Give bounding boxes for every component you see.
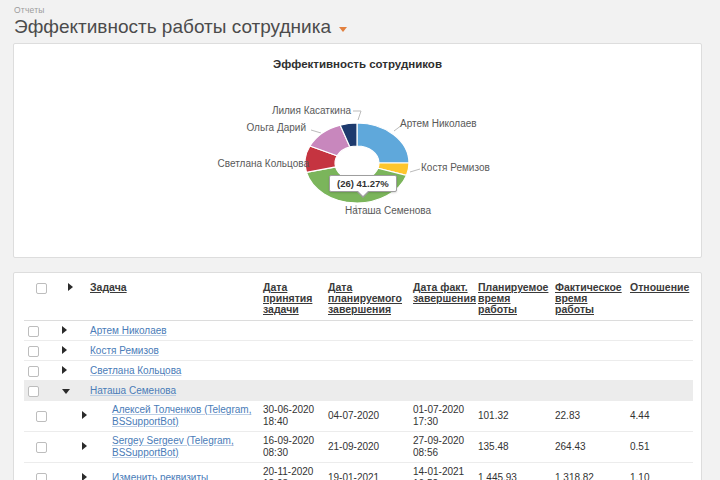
- title-dropdown-caret-icon[interactable]: [339, 27, 347, 32]
- actual-end-date: 27-09-2020: [413, 435, 470, 447]
- expand-arrow-icon[interactable]: [62, 366, 67, 374]
- task-row: Sergey Sergeev (Telegram, BSSupportBot) …: [24, 432, 693, 463]
- planned-time-value: 101.32: [474, 401, 551, 432]
- actual-time-value: 22.83: [551, 401, 626, 432]
- actual-end-time: 17:30: [413, 416, 470, 428]
- header-planned-time[interactable]: Планируемое время работы: [474, 273, 551, 321]
- header-ratio[interactable]: Отношение: [626, 273, 693, 321]
- actual-time-value: 264.43: [551, 432, 626, 463]
- header-actual-end-date[interactable]: Дата факт. завершения: [409, 273, 474, 321]
- row-checkbox[interactable]: [28, 386, 39, 397]
- planned-end-date: 21-09-2020: [328, 441, 405, 453]
- chart-panel: Эффективность сотрудников Артем Николаев…: [13, 43, 702, 258]
- chart-label-olga: Ольга Дарий: [246, 122, 306, 133]
- employee-link[interactable]: Наташа Семенова: [90, 385, 176, 396]
- accepted-time: 08:30: [263, 447, 320, 459]
- planned-end-date: 04-07-2020: [328, 410, 405, 422]
- row-checkbox[interactable]: [36, 473, 47, 480]
- header-actual-time[interactable]: Фактическое время работы: [551, 273, 626, 321]
- actual-end-date: 14-01-2021: [413, 466, 470, 478]
- chart-label-svetlana: Светлана Кольцова: [218, 158, 309, 169]
- ratio-value: 1.10: [626, 463, 693, 480]
- task-link[interactable]: Алексей Толченков (Telegram, BSSupportBo…: [112, 404, 251, 427]
- chart-label-kostya: Костя Ремизов: [421, 162, 490, 173]
- table-header-row: Задача Дата принятия задачи Дата планиру…: [24, 273, 693, 321]
- chart-label-natasha: Наташа Семенова: [345, 205, 431, 216]
- task-link[interactable]: Изменить реквизиты: [112, 472, 208, 480]
- ratio-value: 0.51: [626, 432, 693, 463]
- donut-chart[interactable]: [14, 44, 703, 259]
- employee-link[interactable]: Костя Ремизов: [90, 345, 159, 356]
- task-link[interactable]: Sergey Sergeev (Telegram, BSSupportBot): [112, 435, 234, 458]
- collapse-arrow-icon[interactable]: [62, 389, 70, 394]
- accepted-date: 16-09-2020: [263, 435, 320, 447]
- expand-arrow-icon[interactable]: [82, 473, 87, 480]
- expand-arrow-icon[interactable]: [62, 326, 67, 334]
- planned-end-date: 19-01-2021: [328, 472, 405, 480]
- accepted-time: 18:40: [263, 416, 320, 428]
- expand-all-arrow-icon[interactable]: [68, 283, 73, 291]
- actual-end-time: 08:56: [413, 447, 470, 459]
- row-checkbox[interactable]: [36, 411, 47, 422]
- expand-arrow-icon[interactable]: [82, 411, 87, 419]
- header-planned-end-date[interactable]: Дата планируемого завершения: [324, 273, 409, 321]
- row-checkbox[interactable]: [28, 346, 39, 357]
- task-row: Изменить реквизиты 20-11-2020 18:03 19-0…: [24, 463, 693, 480]
- employee-link[interactable]: Артем Николаев: [90, 325, 167, 336]
- ratio-value: 4.44: [626, 401, 693, 432]
- header-accepted-date[interactable]: Дата принятия задачи: [259, 273, 324, 321]
- accepted-date: 20-11-2020: [263, 466, 320, 478]
- accepted-date: 30-06-2020: [263, 404, 320, 416]
- group-row-artem: Артем Николаев: [24, 321, 693, 341]
- row-checkbox[interactable]: [28, 326, 39, 337]
- group-row-kostya: Костя Ремизов: [24, 341, 693, 361]
- header-task[interactable]: Задача: [86, 273, 259, 321]
- select-all-checkbox[interactable]: [36, 283, 47, 294]
- group-row-svetlana: Светлана Кольцова: [24, 361, 693, 381]
- expand-arrow-icon[interactable]: [62, 346, 67, 354]
- page-header: Отчеты Эффективность работы сотрудника: [0, 0, 720, 44]
- group-row-natasha-expanded: Наташа Семенова: [24, 381, 693, 401]
- report-table: Задача Дата принятия задачи Дата планиру…: [24, 273, 693, 480]
- chart-label-artem: Артем Николаев: [400, 118, 477, 129]
- actual-time-value: 1 318.82: [551, 463, 626, 480]
- actual-end-date: 01-07-2020: [413, 404, 470, 416]
- page-title: Эффективность работы сотрудника: [14, 16, 331, 38]
- task-row: Алексей Толченков (Telegram, BSSupportBo…: [24, 401, 693, 432]
- planned-time-value: 1 445.93: [474, 463, 551, 480]
- row-checkbox[interactable]: [36, 442, 47, 453]
- chart-label-liliya: Лилия Касаткина: [272, 105, 351, 116]
- chart-title: Эффективность сотрудников: [14, 58, 701, 70]
- planned-time-value: 135.48: [474, 432, 551, 463]
- report-table-panel: Задача Дата принятия задачи Дата планиру…: [13, 272, 702, 480]
- expand-arrow-icon[interactable]: [82, 442, 87, 450]
- breadcrumb: Отчеты: [14, 5, 706, 15]
- row-checkbox[interactable]: [28, 366, 39, 377]
- chart-tooltip: (26) 41.27%: [329, 175, 397, 192]
- employee-link[interactable]: Светлана Кольцова: [90, 365, 181, 376]
- donut-segment-0[interactable]: [357, 123, 409, 163]
